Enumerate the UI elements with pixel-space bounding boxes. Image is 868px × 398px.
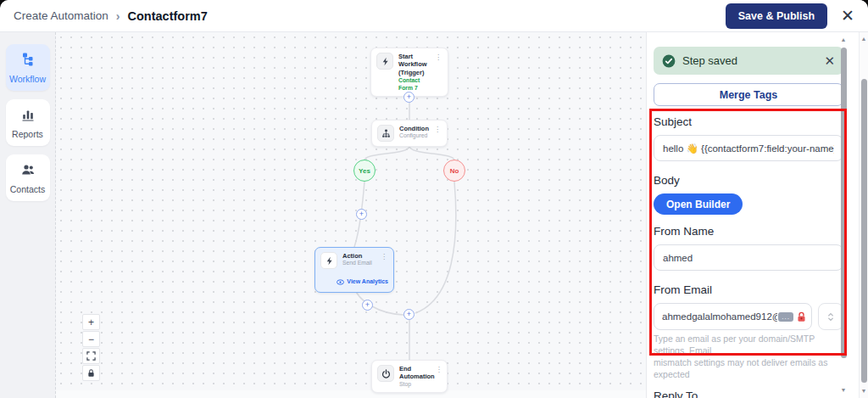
node-action-send-email[interactable]: Action Send Email ⋮ View Analytics (314, 247, 394, 293)
panel-scrollbar-thumb[interactable] (841, 48, 847, 358)
scroll-down-icon[interactable]: ▼ (839, 386, 848, 395)
node-subtitle: Configured (399, 132, 433, 139)
step-saved-toast: Step saved ✕ (654, 47, 843, 75)
zoom-out-button[interactable]: − (82, 331, 100, 347)
add-step-button[interactable]: + (403, 309, 415, 320)
sidebar-item-label: Workflow (8, 74, 48, 84)
node-menu-icon[interactable]: ⋮ (433, 125, 442, 135)
scroll-up-icon[interactable]: ▲ (860, 35, 868, 43)
toast-message: Step saved (682, 54, 824, 67)
fit-view-button[interactable] (82, 348, 100, 364)
view-analytics-link[interactable]: View Analytics (347, 278, 388, 284)
window-scrollbar-thumb[interactable] (861, 79, 867, 383)
from-email-helper-text: Type an email as per your domain/SMTP se… (654, 334, 843, 380)
scroll-up-icon[interactable]: ▲ (839, 36, 848, 44)
canvas-controls: + − (82, 314, 100, 382)
node-subtitle: Send Email (342, 260, 380, 266)
helper-line-1: Type an email as per your domain/SMTP se… (654, 334, 843, 357)
action-bolt-icon (320, 252, 337, 269)
body-label: Body (654, 174, 843, 187)
add-step-button[interactable]: + (362, 300, 373, 311)
workflow-icon (20, 52, 36, 67)
workflow-canvas[interactable]: Start Workflow (Trigger) Contact Form 7 … (56, 32, 646, 398)
add-step-button[interactable]: + (403, 92, 415, 103)
save-publish-button[interactable]: Save & Publish (726, 3, 827, 29)
email-warning-lock-icon (797, 311, 806, 322)
breadcrumb-current: Contactform7 (128, 9, 208, 23)
scroll-down-icon[interactable]: ▼ (860, 387, 868, 395)
zoom-in-button[interactable]: + (82, 314, 100, 330)
node-menu-icon[interactable]: ⋮ (380, 252, 388, 262)
node-title: Action (342, 252, 380, 260)
from-name-input[interactable] (654, 244, 843, 271)
trigger-bolt-icon (376, 53, 393, 70)
node-condition[interactable]: Condition Configured ⋮ (371, 120, 448, 147)
node-end-automation[interactable]: End Automation Stop ⋮ (371, 360, 448, 393)
panel-scrollbar[interactable]: ▲ ▼ (839, 34, 848, 396)
sidebar-item-contacts[interactable]: Contacts (6, 154, 50, 201)
sidebar-item-label: Contacts (8, 184, 48, 194)
sidebar-item-workflow[interactable]: Workflow (6, 44, 50, 91)
from-email-input[interactable]: ahmedgalalmohamed912@gmail.c ... (654, 303, 812, 330)
open-builder-button[interactable]: Open Builder (654, 193, 743, 215)
bar-chart-icon (20, 107, 36, 122)
from-email-label: From Email (654, 283, 843, 296)
condition-branch-icon (377, 125, 394, 142)
subject-input[interactable] (654, 135, 843, 161)
node-title: End Automation (399, 365, 435, 381)
node-title: Condition (399, 125, 433, 132)
from-name-label: From Name (654, 225, 843, 238)
power-icon (377, 365, 394, 382)
step-settings-panel: Step saved ✕ Merge Tags Subject Body Ope… (646, 32, 859, 398)
branch-no-badge: No (443, 160, 465, 182)
close-icon[interactable]: ✕ (841, 8, 854, 24)
left-sidebar: Workflow Reports Contacts (0, 32, 56, 398)
subject-label: Subject (654, 115, 843, 128)
canvas-bottom-strip (56, 390, 646, 398)
window-scrollbar[interactable]: ▲ ▼ (859, 32, 868, 398)
sidebar-item-reports[interactable]: Reports (6, 99, 50, 146)
breadcrumb-parent[interactable]: Create Automation (14, 9, 108, 22)
node-title: Start Workflow (398, 53, 434, 69)
breadcrumb-separator-icon: › (116, 9, 120, 23)
app-window: Create Automation › Contactform7 Save & … (0, 0, 868, 398)
contacts-icon (20, 162, 36, 177)
toast-close-icon[interactable]: ✕ (824, 53, 835, 69)
helper-line-2: mismatch settings may not deliver emails… (654, 357, 843, 381)
node-start-workflow[interactable]: Start Workflow (Trigger) Contact Form 7 … (370, 48, 448, 97)
merge-tags-button[interactable]: Merge Tags (654, 83, 843, 106)
node-menu-icon[interactable]: ⋮ (434, 53, 442, 63)
node-menu-icon[interactable]: ⋮ (435, 365, 443, 375)
node-trigger-label: (Trigger) (398, 69, 434, 76)
lock-canvas-button[interactable] (82, 365, 100, 381)
node-subtitle: Stop (399, 381, 435, 388)
eye-icon (337, 273, 344, 289)
add-step-button[interactable]: + (356, 209, 367, 220)
node-badge: Contact Form 7 (398, 77, 434, 92)
top-bar: Create Automation › Contactform7 Save & … (0, 0, 868, 32)
workflow-connectors (56, 32, 646, 390)
reply-to-label: Reply To (654, 390, 843, 398)
success-check-icon (662, 54, 676, 68)
truncation-chip: ... (778, 312, 793, 322)
sidebar-item-label: Reports (8, 129, 48, 139)
branch-yes-badge: Yes (353, 160, 376, 182)
from-email-value: ahmedgalalmohamed912@gmail.c (662, 311, 777, 322)
